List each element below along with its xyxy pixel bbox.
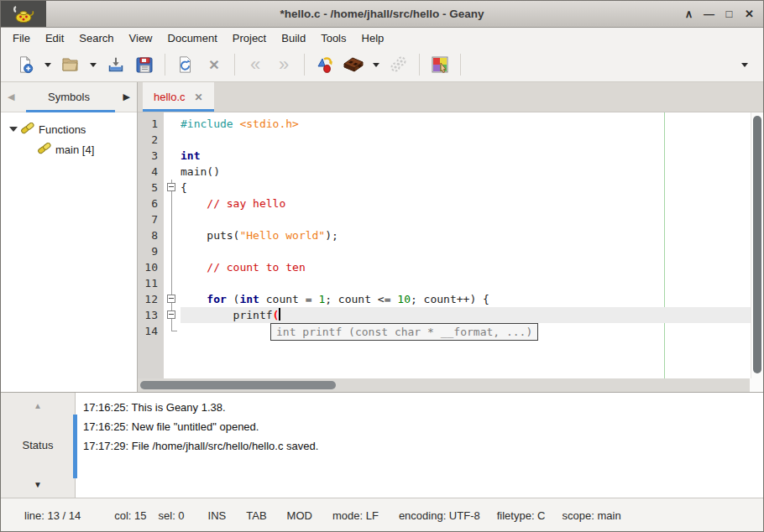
sidebar-tab-label: Symbols	[48, 91, 90, 103]
menu-item-help[interactable]: Help	[354, 29, 392, 47]
menu-item-file[interactable]: File	[5, 29, 38, 47]
code-line[interactable]: 13 printf(	[138, 307, 751, 323]
line-number[interactable]: 3	[138, 148, 164, 164]
status-message: 17:16:25: New file "untitled" opened.	[83, 417, 763, 436]
toolbar-overflow-dropdown[interactable]	[736, 51, 753, 78]
menu-item-edit[interactable]: Edit	[38, 29, 71, 47]
color-chooser-button[interactable]	[426, 51, 454, 78]
tabs-scroll-down-icon[interactable]: ▼	[1, 480, 75, 489]
expander-icon[interactable]	[9, 127, 18, 136]
line-number[interactable]: 4	[138, 164, 164, 180]
maximize-button[interactable]: □	[722, 8, 736, 20]
nav-forward-button[interactable]: »	[269, 51, 298, 78]
symbol-tree-item-functions[interactable]: Functions	[1, 119, 137, 139]
close-button[interactable]: ✕	[742, 8, 756, 20]
minimize-button[interactable]: —	[702, 8, 716, 20]
fold-margin-cell[interactable]	[164, 180, 181, 196]
tab-hello-c[interactable]: hello.c ✕	[143, 82, 214, 112]
menu-item-view[interactable]: View	[122, 29, 160, 47]
fold-margin-cell	[164, 148, 181, 164]
open-file-dropdown[interactable]	[85, 51, 102, 78]
save-icon	[107, 55, 125, 74]
menu-item-document[interactable]: Document	[160, 29, 225, 47]
code-line[interactable]: 10 // count to ten	[138, 259, 751, 275]
code-text	[181, 275, 751, 291]
fold-toggle-icon[interactable]	[167, 183, 175, 191]
save-file-button[interactable]	[102, 51, 130, 78]
code-line[interactable]: 6 // say hello	[138, 196, 751, 211]
fold-margin-cell[interactable]	[164, 291, 181, 307]
chevron-down-icon	[44, 63, 51, 70]
code-line[interactable]: 1#include <stdio.h>	[138, 116, 751, 132]
code-line[interactable]: 12 for (int count = 1; count <= 10; coun…	[138, 291, 751, 307]
fold-line	[171, 331, 177, 331]
execute-button[interactable]	[385, 51, 413, 78]
window-menu-button[interactable]	[1, 1, 46, 27]
sidebar-scroll-left-icon[interactable]: ◀	[8, 91, 14, 102]
statusbar-item: mode: LF	[332, 509, 379, 522]
main-area: ◀ Symbols ▶ Functionsmain [4] hello.c ✕ …	[1, 82, 763, 392]
line-number[interactable]: 2	[138, 132, 164, 148]
menu-item-project[interactable]: Project	[225, 29, 274, 47]
shade-button[interactable]: ∧	[682, 8, 696, 20]
horizontal-scrollbar-thumb[interactable]	[140, 381, 336, 389]
code-line[interactable]: 5{	[138, 180, 751, 196]
code-line[interactable]: 11	[138, 275, 751, 291]
editor-pane: hello.c ✕ 1#include <stdio.h>23int4main(…	[138, 82, 763, 392]
line-number[interactable]: 5	[138, 180, 164, 196]
toolbar-separator	[419, 54, 420, 76]
menu-item-search[interactable]: Search	[71, 29, 121, 47]
compile-button[interactable]	[311, 51, 339, 78]
vertical-scrollbar-thumb[interactable]	[753, 116, 761, 373]
chevron-down-icon	[741, 63, 748, 70]
line-number[interactable]: 7	[138, 211, 164, 227]
save-all-button[interactable]	[130, 51, 159, 78]
line-number[interactable]: 14	[138, 323, 164, 339]
sidebar-scroll-right-icon[interactable]: ▶	[123, 91, 130, 102]
build-button[interactable]	[339, 51, 368, 78]
line-number[interactable]: 13	[138, 307, 164, 323]
line-number[interactable]: 11	[138, 275, 164, 291]
line-number[interactable]: 10	[138, 259, 164, 275]
fold-margin-cell	[164, 227, 181, 243]
menu-item-tools[interactable]: Tools	[313, 29, 353, 47]
build-dropdown[interactable]	[368, 51, 385, 78]
line-number[interactable]: 1	[138, 116, 164, 132]
fold-toggle-icon[interactable]	[167, 295, 175, 303]
chevron-down-icon	[90, 63, 97, 70]
code-line[interactable]: 9	[138, 243, 751, 259]
code-line[interactable]: 7	[138, 211, 751, 227]
nav-back-button[interactable]: «	[241, 51, 269, 78]
window-title: *hello.c - /home/jhall/src/hello - Geany	[1, 8, 763, 20]
symbol-tree-item-main[interactable]: main [4]	[1, 139, 137, 159]
revert-icon	[176, 55, 195, 74]
horizontal-scrollbar[interactable]	[138, 378, 750, 392]
line-number[interactable]: 12	[138, 291, 164, 307]
line-number[interactable]: 9	[138, 243, 164, 259]
sidebar-tab-symbols[interactable]: ◀ Symbols ▶	[1, 82, 137, 112]
code-line[interactable]: 3int	[138, 148, 751, 164]
code-line[interactable]: 2	[138, 132, 751, 148]
new-file-button[interactable]	[11, 51, 39, 78]
vertical-scrollbar[interactable]	[751, 112, 763, 378]
tabs-scroll-up-icon[interactable]: ▲	[1, 401, 75, 410]
fold-margin-cell[interactable]	[164, 307, 181, 323]
statusbar-item: sel: 0	[159, 509, 185, 522]
new-file-dropdown[interactable]	[39, 51, 56, 78]
open-file-button[interactable]	[56, 51, 85, 78]
line-number[interactable]: 6	[138, 196, 164, 211]
code-line[interactable]: 8 puts("Hello world");	[138, 227, 751, 243]
tab-status[interactable]: Status	[1, 439, 75, 451]
active-tab-indicator	[26, 110, 115, 112]
code-editor[interactable]: 1#include <stdio.h>23int4main()5{6 // sa…	[138, 112, 763, 378]
close-file-button[interactable]: ✕	[200, 51, 228, 78]
fold-toggle-icon[interactable]	[167, 310, 175, 319]
code-text: int	[181, 148, 751, 164]
revert-button[interactable]	[171, 51, 200, 78]
code-text: #include <stdio.h>	[181, 116, 751, 132]
tab-close-icon[interactable]: ✕	[195, 91, 203, 103]
geany-window: *hello.c - /home/jhall/src/hello - Geany…	[0, 0, 764, 532]
code-line[interactable]: 4main()	[138, 164, 751, 180]
line-number[interactable]: 8	[138, 227, 164, 243]
menu-item-build[interactable]: Build	[274, 29, 313, 47]
